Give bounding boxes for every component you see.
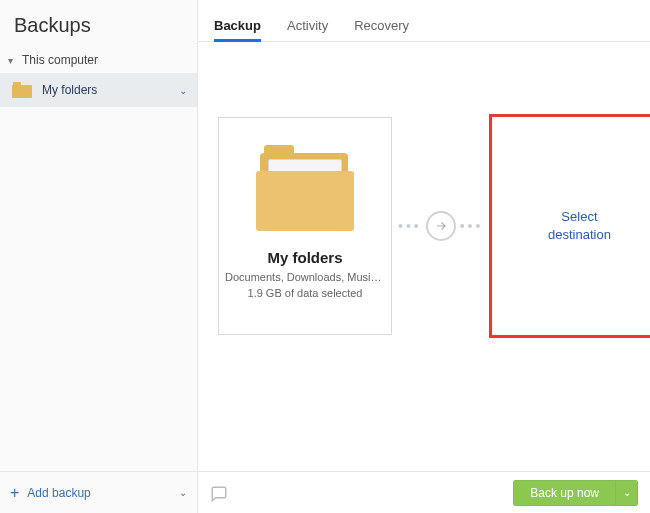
chevron-down-icon: ⌄: [623, 487, 631, 498]
chevron-down-icon: ⌄: [179, 85, 187, 96]
sidebar-title: Backups: [0, 0, 197, 47]
tab-backup[interactable]: Backup: [214, 18, 261, 41]
destination-label-line1: Select: [561, 209, 597, 224]
sidebar-item-my-folders[interactable]: My folders ⌄: [0, 73, 197, 107]
main-panel: Backup Activity Recovery My folders: [198, 0, 650, 513]
tab-activity[interactable]: Activity: [287, 18, 328, 41]
sidebar-item-label: My folders: [42, 83, 97, 97]
tab-recovery[interactable]: Recovery: [354, 18, 409, 41]
add-backup-button[interactable]: + Add backup ⌄: [0, 471, 197, 513]
dots-right-icon: •••: [460, 218, 484, 234]
chevron-down-icon: ⌄: [179, 487, 187, 498]
app-root: Backups ▾ This computer My folders ⌄ + A…: [0, 0, 650, 513]
comment-icon[interactable]: [210, 485, 228, 501]
arrow-bridge: ••• •••: [392, 211, 489, 241]
folder-icon: [12, 82, 32, 98]
dots-left-icon: •••: [398, 218, 422, 234]
destination-card-label: Select destination: [548, 208, 611, 243]
backup-now-label: Back up now: [514, 481, 615, 505]
source-card-subtitle: Documents, Downloads, Music, Pi…: [225, 270, 385, 285]
source-card-size: 1.9 GB of data selected: [248, 287, 363, 299]
sidebar: Backups ▾ This computer My folders ⌄ + A…: [0, 0, 198, 513]
arrow-right-circle-icon: [426, 211, 456, 241]
tab-label: Recovery: [354, 18, 409, 33]
add-backup-label: Add backup: [27, 486, 90, 500]
destination-label-line2: destination: [548, 227, 611, 242]
chevron-down-icon: ▾: [8, 55, 18, 66]
folder-large-icon: [256, 153, 354, 231]
content-area: My folders Documents, Downloads, Music, …: [198, 42, 650, 471]
backup-now-dropdown[interactable]: ⌄: [615, 481, 637, 505]
source-card[interactable]: My folders Documents, Downloads, Music, …: [218, 117, 392, 335]
sidebar-spacer: [0, 107, 197, 471]
plus-icon: +: [10, 484, 19, 502]
tab-label: Backup: [214, 18, 261, 33]
bottom-bar: Back up now ⌄: [198, 471, 650, 513]
sidebar-section-label: This computer: [22, 53, 98, 67]
sidebar-section-this-computer[interactable]: ▾ This computer: [0, 47, 197, 73]
tabs: Backup Activity Recovery: [198, 0, 650, 42]
backup-now-button[interactable]: Back up now ⌄: [513, 480, 638, 506]
source-card-title: My folders: [267, 249, 342, 266]
tab-label: Activity: [287, 18, 328, 33]
cards-row: My folders Documents, Downloads, Music, …: [218, 114, 650, 338]
destination-card[interactable]: Select destination: [489, 114, 650, 338]
